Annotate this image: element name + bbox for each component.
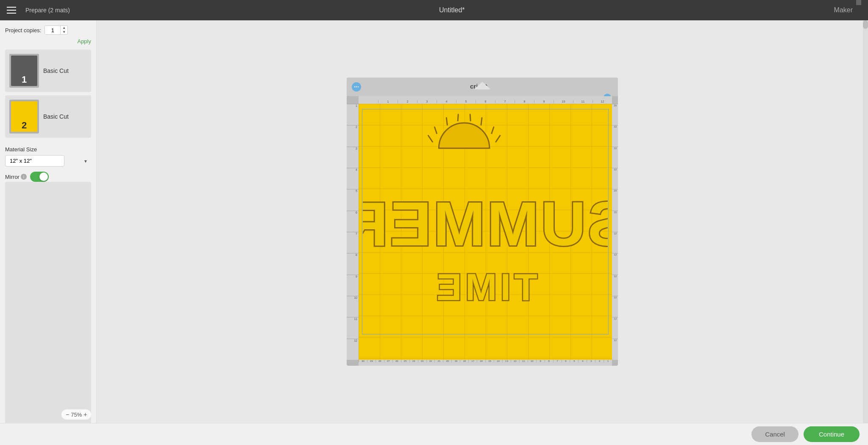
ruler-mark: 18	[460, 360, 468, 362]
zoom-level: 75%	[71, 412, 82, 418]
mat2-card[interactable]: 2 Basic Cut	[5, 95, 91, 138]
ruler-mark: 7	[495, 100, 515, 103]
mirror-text: Mirror	[5, 174, 19, 180]
sidebar: Project copies: ▲ ▼ Apply 1 Basic Cut 2 …	[0, 20, 97, 445]
ruler-mark: 5	[456, 100, 476, 103]
ruler-mark: 11	[573, 100, 593, 103]
right-scrollbar[interactable]	[863, 20, 868, 423]
ruler-mark: 22	[612, 125, 618, 146]
mirror-row: Mirror i	[5, 172, 91, 182]
svg-line-4	[458, 114, 458, 121]
ruler-mark: 1	[604, 360, 612, 362]
ruler-mark: 4	[347, 168, 359, 189]
toggle-knob	[39, 172, 48, 181]
ruler-right: 28 22 22 22 20 15 12 12 12 12 12 12	[612, 104, 618, 360]
ruler-mark: 5	[570, 360, 578, 362]
mirror-toggle[interactable]	[30, 172, 49, 182]
ruler-mark: 3	[587, 360, 595, 362]
svg-line-7	[492, 127, 494, 134]
ruler-mark: 17	[468, 360, 477, 362]
project-copies-row: Project copies: ▲ ▼	[5, 25, 91, 35]
ruler-mark: 8	[545, 360, 553, 362]
copies-decrement[interactable]: ▼	[61, 30, 67, 34]
ruler-mark: 27	[384, 360, 392, 362]
ruler-mark: 12	[612, 317, 618, 338]
ruler-mark: 15	[485, 360, 494, 362]
ruler-mark: 21	[434, 360, 443, 362]
svg-line-6	[481, 118, 482, 125]
ruler-mark: 1	[347, 104, 359, 125]
ruler-bottom: 30 29 28 27 26 25 24 23 22 21 20 19 18 1…	[359, 360, 612, 366]
mat2-thumbnail: 2	[9, 100, 39, 134]
ruler-mark: 3	[347, 147, 359, 168]
ruler-mark: 16	[477, 360, 485, 362]
mat-options-button[interactable]: ···	[352, 82, 361, 92]
ruler-mark: 22	[612, 168, 618, 189]
ruler-mark: 12	[612, 339, 618, 360]
zoom-out-button[interactable]: −	[66, 411, 69, 418]
ruler-mark: 7	[553, 360, 562, 362]
mat2-label: Basic Cut	[43, 113, 69, 120]
ruler-mark: 15	[612, 211, 618, 232]
project-copies-label: Project copies:	[5, 27, 41, 33]
ruler-mark: 14	[494, 360, 502, 362]
continue-button[interactable]: Continue	[804, 426, 860, 442]
ruler-mark: 10	[347, 296, 359, 317]
ruler-mark: 12	[612, 296, 618, 317]
chevron-down-icon: ▼	[83, 159, 88, 163]
size-select[interactable]: 12" x 12" 12" x 24"	[5, 155, 64, 167]
size-select-wrap: 12" x 12" 12" x 24" ▼	[5, 155, 91, 167]
ruler-mark: 6	[347, 211, 359, 232]
ruler-left: 1 2 3 4 5 6 7 8 9 10 11 12	[347, 104, 359, 360]
copies-input[interactable]	[45, 26, 60, 34]
scrollbar-thumb	[863, 20, 868, 29]
ruler-mark: 19	[451, 360, 460, 362]
ruler-mark: 1	[378, 100, 398, 103]
ruler-mark: 12	[612, 275, 618, 296]
main-canvas-area: ··· cricut 1 2 3 4 5 6 7 8 9 10 11 12	[97, 20, 868, 423]
ruler-mark: 29	[367, 360, 376, 362]
ruler-mark: 11	[347, 317, 359, 338]
ruler-mark: 9	[347, 275, 359, 296]
ruler-mark: 8	[347, 253, 359, 274]
empty-mat-area	[5, 182, 91, 437]
ruler-mark: 13	[502, 360, 511, 362]
ruler-mark: 2	[347, 125, 359, 146]
apply-button[interactable]: Apply	[5, 38, 91, 44]
ruler-mark: 11	[519, 360, 528, 362]
copies-input-wrap: ▲ ▼	[45, 25, 68, 35]
ruler-mark: 26	[392, 360, 401, 362]
cancel-button[interactable]: Cancel	[751, 426, 798, 442]
zoom-in-button[interactable]: +	[83, 411, 87, 418]
mat-load-arrow	[474, 82, 491, 89]
svg-text:SUMMER: SUMMER	[363, 189, 608, 259]
ruler-mark: 12	[511, 360, 519, 362]
ruler-mark: 30	[359, 360, 367, 362]
copies-increment[interactable]: ▲	[61, 26, 67, 30]
ruler-mark: 23	[418, 360, 426, 362]
ruler-mark: 8	[515, 100, 534, 103]
ruler-mark: 28	[612, 104, 618, 125]
ruler-mark: 12	[612, 253, 618, 274]
ruler-mark: 10	[528, 360, 536, 362]
ruler-mark: 22	[612, 147, 618, 168]
mat2-number: 2	[22, 120, 27, 131]
header: Prepare (2 mats) Untitled* Maker	[0, 0, 868, 20]
mat1-card[interactable]: 1 Basic Cut	[5, 50, 91, 92]
mirror-label: Mirror i	[5, 174, 27, 180]
ruler-mark: 7	[347, 232, 359, 253]
ruler-mark: 4	[437, 100, 456, 103]
mat-cutting-area[interactable]: SUMMER TIME	[359, 104, 612, 360]
ruler-mark: 3	[417, 100, 437, 103]
mat1-label: Basic Cut	[43, 67, 69, 74]
menu-button[interactable]	[7, 3, 20, 17]
ruler-mark: 12	[347, 339, 359, 360]
design-content: SUMMER TIME	[363, 110, 608, 356]
mirror-info-icon[interactable]: i	[21, 174, 27, 180]
ruler-mark: 5	[347, 189, 359, 210]
prepare-label: Prepare (2 mats)	[25, 7, 70, 14]
ruler-mark: 2	[398, 100, 417, 103]
document-title: Untitled*	[70, 6, 834, 14]
copies-spinners: ▲ ▼	[60, 26, 67, 34]
svg-line-1	[428, 136, 432, 142]
